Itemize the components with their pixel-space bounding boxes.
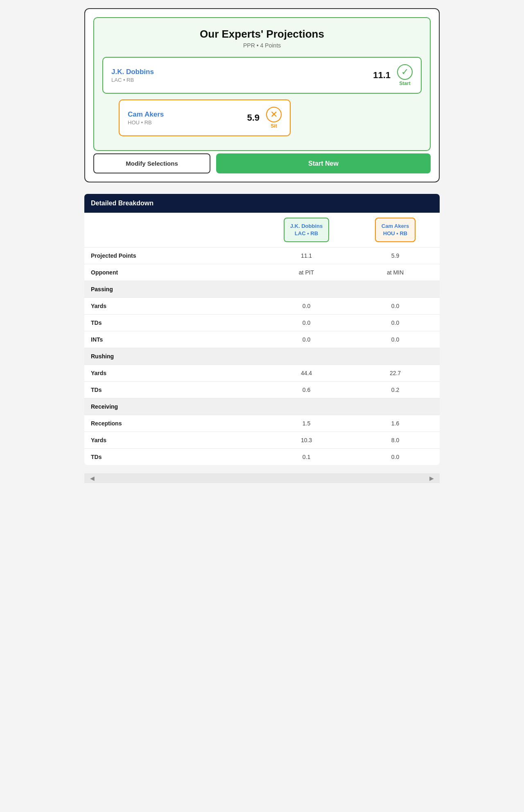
col1-player-header: J.K. Dobbins LAC • RB (284, 218, 329, 242)
breakdown-data-row: TDs 0.6 0.2 (84, 382, 440, 398)
col1-team: LAC • RB (295, 230, 318, 236)
breakdown-data-row: TDs 0.0 0.0 (84, 315, 440, 331)
row-v2: 5.9 (351, 247, 440, 264)
row-label: Yards (84, 365, 262, 382)
projections-title: Our Experts' Projections (102, 28, 422, 40)
row-label: TDs (84, 449, 262, 466)
row-label: Yards (84, 298, 262, 315)
col2-name: Cam Akers (382, 223, 409, 229)
scroll-left-arrow[interactable]: ◀ (88, 474, 97, 482)
row-v1: 0.0 (262, 331, 351, 348)
row-label: TDs (84, 315, 262, 331)
row-label: TDs (84, 382, 262, 398)
row-v1: at PIT (262, 264, 351, 281)
breakdown-data-row: Receptions 1.5 1.6 (84, 415, 440, 432)
breakdown-data-row: Yards 0.0 0.0 (84, 298, 440, 315)
player1-card: J.K. Dobbins LAC • RB 11.1 ✓ Start (102, 57, 422, 94)
projections-card: Our Experts' Projections PPR • 4 Points … (84, 8, 440, 182)
breakdown-col2-header: Cam Akers HOU • RB (351, 213, 440, 247)
row-v2: 0.0 (351, 449, 440, 466)
player2-name: Cam Akers (128, 110, 164, 119)
row-label: INTs (84, 331, 262, 348)
category-label: Passing (84, 281, 440, 298)
breakdown-data-row: TDs 0.1 0.0 (84, 449, 440, 466)
row-v2: at MIN (351, 264, 440, 281)
row-v1: 11.1 (262, 247, 351, 264)
row-label: Yards (84, 432, 262, 449)
row-label: Opponent (84, 264, 262, 281)
breakdown-category-row: Rushing (84, 348, 440, 365)
player1-badge: ✓ Start (397, 64, 413, 86)
player2-right: 5.9 ✕ Sit (247, 107, 282, 129)
player1-team: LAC • RB (111, 77, 154, 83)
row-v1: 1.5 (262, 415, 351, 432)
row-v2: 0.0 (351, 298, 440, 315)
player2-badge: ✕ Sit (266, 107, 282, 129)
row-v2: 8.0 (351, 432, 440, 449)
start-icon: ✓ (397, 64, 413, 80)
scroll-right-arrow[interactable]: ▶ (427, 474, 436, 482)
player1-info: J.K. Dobbins LAC • RB (111, 68, 154, 83)
player2-score: 5.9 (247, 112, 260, 123)
player2-recommendation: Sit (271, 123, 277, 129)
action-buttons: Modify Selections Start New (93, 153, 431, 173)
row-v2: 22.7 (351, 365, 440, 382)
row-v1: 0.0 (262, 315, 351, 331)
row-v2: 0.0 (351, 315, 440, 331)
breakdown-data-row: Yards 10.3 8.0 (84, 432, 440, 449)
projections-inner: Our Experts' Projections PPR • 4 Points … (93, 17, 431, 151)
breakdown-data-row: INTs 0.0 0.0 (84, 331, 440, 348)
row-v1: 0.1 (262, 449, 351, 466)
row-label: Projected Points (84, 247, 262, 264)
col2-team: HOU • RB (383, 230, 407, 236)
sit-icon: ✕ (266, 107, 282, 122)
player1-recommendation: Start (399, 81, 410, 86)
breakdown-data-row: Projected Points 11.1 5.9 (84, 247, 440, 264)
projections-subtitle: PPR • 4 Points (102, 42, 422, 49)
row-v1: 0.6 (262, 382, 351, 398)
player2-team: HOU • RB (128, 119, 164, 126)
breakdown-category-row: Passing (84, 281, 440, 298)
row-v2: 0.0 (351, 331, 440, 348)
player1-score: 11.1 (373, 70, 391, 81)
breakdown-table: J.K. Dobbins LAC • RB Cam Akers HOU • RB… (84, 213, 440, 465)
row-v1: 0.0 (262, 298, 351, 315)
row-v2: 0.2 (351, 382, 440, 398)
breakdown-section: Detailed Breakdown J.K. Dobbins LAC • RB… (84, 194, 440, 465)
breakdown-data-row: Opponent at PIT at MIN (84, 264, 440, 281)
start-new-button[interactable]: Start New (216, 153, 431, 173)
row-label: Receptions (84, 415, 262, 432)
breakdown-category-row: Receiving (84, 398, 440, 415)
modify-button[interactable]: Modify Selections (93, 153, 210, 173)
category-label: Receiving (84, 398, 440, 415)
player1-name: J.K. Dobbins (111, 68, 154, 76)
row-v1: 10.3 (262, 432, 351, 449)
scrollbar: ◀ ▶ (84, 473, 440, 483)
breakdown-data-row: Yards 44.4 22.7 (84, 365, 440, 382)
player1-right: 11.1 ✓ Start (373, 64, 413, 86)
breakdown-label-col (84, 213, 262, 247)
breakdown-header: Detailed Breakdown (84, 194, 440, 213)
col1-name: J.K. Dobbins (290, 223, 323, 229)
breakdown-col1-header: J.K. Dobbins LAC • RB (262, 213, 351, 247)
player2-card: Cam Akers HOU • RB 5.9 ✕ Sit (119, 99, 291, 136)
col2-player-header: Cam Akers HOU • RB (375, 218, 416, 242)
category-label: Rushing (84, 348, 440, 365)
row-v1: 44.4 (262, 365, 351, 382)
row-v2: 1.6 (351, 415, 440, 432)
player2-info: Cam Akers HOU • RB (128, 110, 164, 126)
